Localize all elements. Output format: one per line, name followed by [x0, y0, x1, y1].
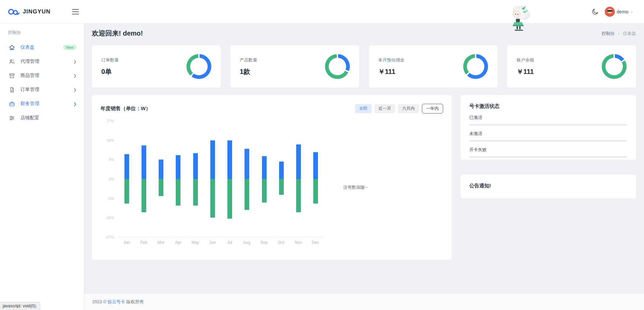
bar-column [153, 121, 170, 237]
y-axis-tick: 9% [109, 158, 114, 162]
y-axis-tick: 27% [107, 119, 114, 123]
stat-card: 产品数量1款 [230, 45, 359, 88]
y-axis-tick: -27% [105, 235, 114, 239]
annual-sales-card: 年度销售（单位：W） 全部近一月六月内一年内 27%18%9%0%-9%-18%… [92, 95, 452, 260]
bar-positive [313, 152, 318, 179]
activation-item: 已激活 [469, 115, 627, 126]
x-axis-label: Sep [255, 240, 272, 245]
bar-positive [193, 153, 198, 179]
footer: 2023 © 惊云号卡 版权所有 [84, 294, 644, 310]
bar-positive [296, 144, 301, 179]
sidebar-item-home[interactable]: 仪表盘New [0, 40, 84, 54]
stat-label: 产品数量 [240, 57, 257, 63]
y-axis-tick: 0% [109, 177, 114, 181]
notice-panel-title: 公告通知! [469, 183, 627, 189]
box-icon [9, 73, 15, 79]
footer-suffix: 版权所有 [126, 299, 144, 304]
y-axis: 27%18%9%0%-9%-18%-27% [101, 121, 118, 237]
stat-card: 账户余额￥111 [507, 45, 636, 88]
stat-cards-row: 订单数量0单产品数量1款本月预估佣金￥111账户余额￥111 [92, 45, 636, 88]
sidebar-menu: 仪表盘New代理管理❯商品管理❯订单管理❯财务管理❯店铺配置 [0, 40, 84, 125]
bar-negative [176, 179, 180, 206]
user-menu[interactable]: demo ⌄ [605, 7, 633, 17]
x-axis-label: Aug [238, 240, 255, 245]
sidebar-item-sliders[interactable]: 店铺配置 [0, 111, 84, 125]
chevron-right-icon: ❯ [73, 59, 76, 64]
footer-prefix: 2023 © [92, 299, 106, 304]
bar-negative [142, 179, 146, 212]
breadcrumb-item-home[interactable]: 控制台 [602, 31, 615, 37]
bar-column [290, 121, 307, 237]
stat-value: 0单 [101, 67, 119, 76]
main-content: 欢迎回来! demo! 控制台 › 仪表盘 订单数量0单产品数量1款本月预估佣金… [84, 24, 644, 294]
bar-negative [313, 179, 318, 204]
bar-positive [279, 162, 284, 179]
stat-card: 本月预估佣金￥111 [369, 45, 498, 88]
chart-filters: 全部近一月六月内一年内 [352, 104, 443, 114]
moon-icon [592, 8, 599, 15]
activation-label: 已激活 [469, 115, 627, 121]
x-axis-label: Mar [152, 240, 169, 245]
bar-column [187, 121, 204, 237]
donut-chart [186, 54, 211, 79]
progress-bar [469, 156, 627, 158]
brand-logo[interactable]: JINGYUN [0, 8, 84, 16]
browser-status-bar: javascript: void(0); [0, 302, 40, 310]
donut-chart [325, 54, 350, 79]
activation-item: 开卡失败 [469, 147, 627, 158]
chart-filter-button[interactable]: 六月内 [398, 104, 419, 113]
y-axis-tick: -18% [105, 216, 114, 220]
home-icon [9, 44, 15, 51]
chart-filter-button[interactable]: 全部 [355, 104, 372, 113]
bar-column [135, 121, 152, 237]
breadcrumb: 控制台 › 仪表盘 [602, 31, 636, 37]
dark-mode-toggle[interactable] [592, 8, 599, 15]
progress-bar [469, 124, 627, 126]
sidebar-section-label: 控制台 [0, 30, 84, 40]
bar-negative [193, 179, 198, 206]
card-activation-status: 号卡激活状态 已激活未激活开卡失败 [461, 95, 636, 160]
chart-filter-button[interactable]: 一年内 [422, 104, 443, 114]
sidebar-item-box[interactable]: 商品管理❯ [0, 69, 84, 83]
bar-column [238, 121, 256, 237]
user-name: demo [617, 9, 629, 14]
sidebar-item-label: 订单管理 [20, 87, 39, 93]
footer-brand-link[interactable]: 惊云号卡 [108, 299, 125, 304]
bar-negative [159, 179, 163, 196]
bar-column [118, 121, 135, 237]
chevron-down-icon: ⌄ [631, 10, 633, 13]
x-axis-label: Nov [290, 240, 307, 245]
x-axis-label: Dec [307, 240, 324, 245]
bar-negative [210, 179, 215, 218]
activation-panel-title: 号卡激活状态 [469, 103, 627, 109]
sidebar-item-file[interactable]: 订单管理❯ [0, 83, 84, 97]
no-data-text: 没有数据嗷~ [343, 184, 368, 190]
chevron-right-icon: ❯ [73, 88, 76, 92]
sidebar-item-label: 代理管理 [20, 58, 39, 64]
empty-chart-area: 没有数据嗷~ [324, 121, 443, 254]
stat-value: ￥111 [517, 67, 534, 76]
stat-label: 订单数量 [101, 57, 119, 63]
bar-negative [296, 179, 301, 212]
stat-label: 账户余额 [517, 57, 534, 63]
briefcase-icon [9, 101, 15, 107]
card-notice: 公告通知! [461, 175, 636, 198]
bar-negative [279, 179, 284, 195]
sidebar-item-briefcase[interactable]: 财务管理❯ [0, 97, 84, 111]
hamburger-menu-icon[interactable] [72, 9, 79, 14]
x-axis: JanFebMarAprMayJunJulAugSepOctNovDec [118, 240, 324, 245]
sidebar-item-label: 仪表盘 [20, 44, 35, 50]
stat-value: 1款 [240, 67, 257, 76]
activation-item: 未激活 [469, 131, 627, 142]
sidebar-item-users[interactable]: 代理管理❯ [0, 54, 84, 69]
chart-filter-button[interactable]: 近一月 [375, 104, 395, 113]
bar-column [273, 121, 290, 237]
x-axis-label: Jan [118, 240, 135, 245]
sidebar: 控制台 仪表盘New代理管理❯商品管理❯订单管理❯财务管理❯店铺配置 [0, 24, 84, 310]
sliders-icon [9, 115, 15, 121]
bar-column [170, 121, 187, 237]
avatar[interactable] [605, 7, 615, 17]
bar-positive [210, 140, 215, 179]
x-axis-label: Jun [204, 240, 221, 245]
y-axis-tick: -9% [107, 196, 114, 201]
